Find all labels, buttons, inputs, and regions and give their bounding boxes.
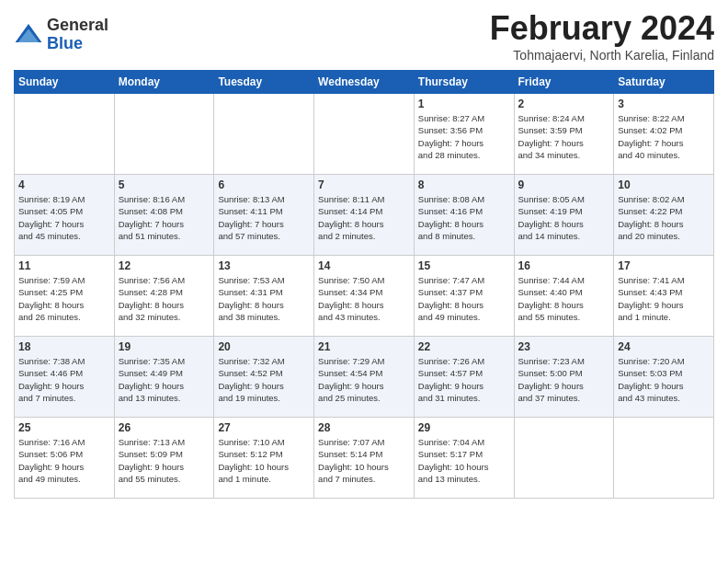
calendar-header: SundayMondayTuesdayWednesdayThursdayFrid… [15,71,714,94]
day-number: 17 [618,259,710,272]
day-number: 18 [18,340,110,353]
calendar-cell: 24Sunrise: 7:20 AM Sunset: 5:03 PM Dayli… [614,337,714,418]
calendar-cell: 29Sunrise: 7:04 AM Sunset: 5:17 PM Dayli… [414,418,514,499]
day-number: 21 [318,340,410,353]
day-info: Sunrise: 7:04 AM Sunset: 5:17 PM Dayligh… [418,436,510,485]
day-number: 13 [218,259,310,272]
calendar-cell [114,94,214,175]
day-number: 15 [418,259,510,272]
day-info: Sunrise: 8:27 AM Sunset: 3:56 PM Dayligh… [418,112,510,161]
day-number: 7 [318,178,410,191]
day-number: 16 [518,259,610,272]
calendar-cell: 23Sunrise: 7:23 AM Sunset: 5:00 PM Dayli… [514,337,614,418]
day-number: 24 [618,340,710,353]
calendar-cell: 27Sunrise: 7:10 AM Sunset: 5:12 PM Dayli… [214,418,314,499]
calendar-cell [214,94,314,175]
calendar-cell: 8Sunrise: 8:08 AM Sunset: 4:16 PM Daylig… [414,175,514,256]
day-of-week-thursday: Thursday [414,71,514,94]
day-number: 5 [119,178,210,191]
day-info: Sunrise: 8:22 AM Sunset: 4:02 PM Dayligh… [618,112,710,161]
logo-general-text: General [47,17,108,35]
week-row-0: 1Sunrise: 8:27 AM Sunset: 3:56 PM Daylig… [15,94,714,175]
day-of-week-friday: Friday [514,71,614,94]
calendar-cell: 2Sunrise: 8:24 AM Sunset: 3:59 PM Daylig… [514,94,614,175]
day-info: Sunrise: 8:13 AM Sunset: 4:11 PM Dayligh… [218,193,310,242]
day-of-week-saturday: Saturday [614,71,714,94]
days-of-week-row: SundayMondayTuesdayWednesdayThursdayFrid… [15,71,714,94]
calendar-cell [15,94,115,175]
day-number: 23 [518,340,610,353]
calendar-cell: 10Sunrise: 8:02 AM Sunset: 4:22 PM Dayli… [614,175,714,256]
calendar-cell: 15Sunrise: 7:47 AM Sunset: 4:37 PM Dayli… [414,256,514,337]
day-number: 9 [518,178,610,191]
calendar-cell: 4Sunrise: 8:19 AM Sunset: 4:05 PM Daylig… [15,175,115,256]
week-row-3: 18Sunrise: 7:38 AM Sunset: 4:46 PM Dayli… [15,337,714,418]
day-info: Sunrise: 7:13 AM Sunset: 5:09 PM Dayligh… [119,436,210,485]
logo-icon [14,20,43,50]
calendar-cell: 9Sunrise: 8:05 AM Sunset: 4:19 PM Daylig… [514,175,614,256]
logo: General Blue [14,17,108,53]
calendar-cell: 6Sunrise: 8:13 AM Sunset: 4:11 PM Daylig… [214,175,314,256]
day-info: Sunrise: 7:29 AM Sunset: 4:54 PM Dayligh… [318,355,410,404]
day-number: 25 [18,421,110,434]
calendar-cell [314,94,415,175]
day-number: 28 [318,421,410,434]
day-number: 14 [318,259,410,272]
day-info: Sunrise: 7:38 AM Sunset: 4:46 PM Dayligh… [18,355,110,404]
calendar-cell: 17Sunrise: 7:41 AM Sunset: 4:43 PM Dayli… [614,256,714,337]
day-number: 11 [18,259,110,272]
day-info: Sunrise: 8:11 AM Sunset: 4:14 PM Dayligh… [318,193,410,242]
day-number: 2 [518,98,610,110]
calendar-cell: 19Sunrise: 7:35 AM Sunset: 4:49 PM Dayli… [114,337,214,418]
day-info: Sunrise: 7:41 AM Sunset: 4:43 PM Dayligh… [618,274,710,323]
day-info: Sunrise: 7:44 AM Sunset: 4:40 PM Dayligh… [518,274,610,323]
calendar-cell: 21Sunrise: 7:29 AM Sunset: 4:54 PM Dayli… [314,337,415,418]
day-info: Sunrise: 7:50 AM Sunset: 4:34 PM Dayligh… [318,274,410,323]
day-info: Sunrise: 7:26 AM Sunset: 4:57 PM Dayligh… [418,355,510,404]
calendar-cell: 7Sunrise: 8:11 AM Sunset: 4:14 PM Daylig… [314,175,415,256]
calendar-cell: 5Sunrise: 8:16 AM Sunset: 4:08 PM Daylig… [114,175,214,256]
day-info: Sunrise: 7:32 AM Sunset: 4:52 PM Dayligh… [218,355,310,404]
day-info: Sunrise: 8:02 AM Sunset: 4:22 PM Dayligh… [618,193,710,242]
week-row-1: 4Sunrise: 8:19 AM Sunset: 4:05 PM Daylig… [15,175,714,256]
day-info: Sunrise: 7:07 AM Sunset: 5:14 PM Dayligh… [318,436,410,485]
day-number: 4 [18,178,110,191]
day-of-week-monday: Monday [114,71,214,94]
day-info: Sunrise: 7:56 AM Sunset: 4:28 PM Dayligh… [119,274,210,323]
day-info: Sunrise: 7:10 AM Sunset: 5:12 PM Dayligh… [218,436,310,485]
day-info: Sunrise: 7:53 AM Sunset: 4:31 PM Dayligh… [218,274,310,323]
calendar-table: SundayMondayTuesdayWednesdayThursdayFrid… [14,70,714,499]
calendar-cell: 11Sunrise: 7:59 AM Sunset: 4:25 PM Dayli… [15,256,115,337]
day-number: 3 [618,98,710,110]
calendar-cell: 13Sunrise: 7:53 AM Sunset: 4:31 PM Dayli… [214,256,314,337]
header: General Blue February 2024 Tohmajaervi, … [14,9,714,63]
day-info: Sunrise: 8:08 AM Sunset: 4:16 PM Dayligh… [418,193,510,242]
day-of-week-tuesday: Tuesday [214,71,314,94]
calendar-cell: 3Sunrise: 8:22 AM Sunset: 4:02 PM Daylig… [614,94,714,175]
day-info: Sunrise: 7:16 AM Sunset: 5:06 PM Dayligh… [18,436,110,485]
day-info: Sunrise: 8:19 AM Sunset: 4:05 PM Dayligh… [18,193,110,242]
day-info: Sunrise: 8:05 AM Sunset: 4:19 PM Dayligh… [518,193,610,242]
day-of-week-wednesday: Wednesday [314,71,415,94]
calendar-cell: 20Sunrise: 7:32 AM Sunset: 4:52 PM Dayli… [214,337,314,418]
logo-text: General Blue [47,17,108,53]
day-info: Sunrise: 7:59 AM Sunset: 4:25 PM Dayligh… [18,274,110,323]
calendar-cell [514,418,614,499]
calendar-cell: 25Sunrise: 7:16 AM Sunset: 5:06 PM Dayli… [15,418,115,499]
calendar-cell: 16Sunrise: 7:44 AM Sunset: 4:40 PM Dayli… [514,256,614,337]
day-number: 8 [418,178,510,191]
day-number: 22 [418,340,510,353]
day-number: 26 [119,421,210,434]
day-info: Sunrise: 7:23 AM Sunset: 5:00 PM Dayligh… [518,355,610,404]
day-info: Sunrise: 8:16 AM Sunset: 4:08 PM Dayligh… [119,193,210,242]
day-number: 20 [218,340,310,353]
calendar-cell: 18Sunrise: 7:38 AM Sunset: 4:46 PM Dayli… [15,337,115,418]
calendar-cell: 22Sunrise: 7:26 AM Sunset: 4:57 PM Dayli… [414,337,514,418]
day-info: Sunrise: 7:47 AM Sunset: 4:37 PM Dayligh… [418,274,510,323]
day-number: 19 [119,340,210,353]
day-info: Sunrise: 7:20 AM Sunset: 5:03 PM Dayligh… [618,355,710,404]
calendar-cell: 28Sunrise: 7:07 AM Sunset: 5:14 PM Dayli… [314,418,415,499]
month-title: February 2024 [490,9,714,48]
calendar-cell: 26Sunrise: 7:13 AM Sunset: 5:09 PM Dayli… [114,418,214,499]
week-row-2: 11Sunrise: 7:59 AM Sunset: 4:25 PM Dayli… [15,256,714,337]
